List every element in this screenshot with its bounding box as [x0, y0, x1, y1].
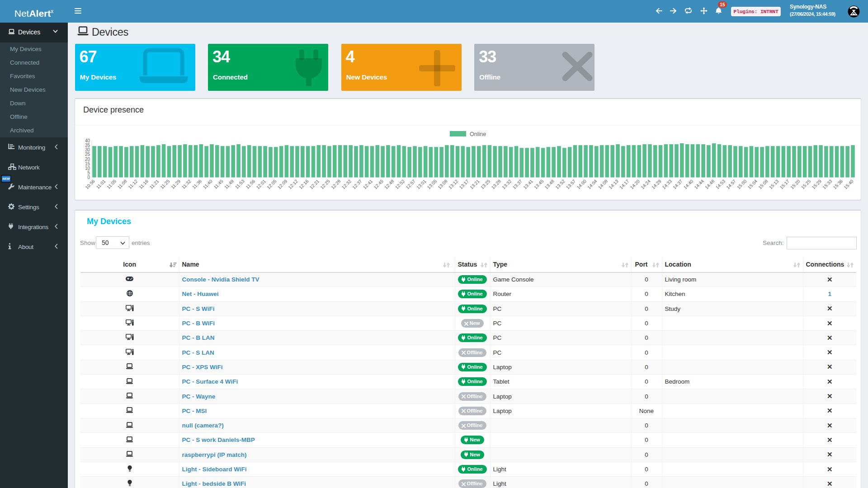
svg-text:12:57: 12:57 [405, 178, 416, 190]
svg-text:12:01: 12:01 [255, 178, 267, 190]
svg-text:12:16: 12:16 [298, 178, 310, 190]
svg-text:14:53: 14:53 [715, 178, 726, 190]
svg-text:14:57: 14:57 [725, 178, 737, 190]
svg-text:14:40: 14:40 [683, 178, 694, 190]
svg-text:12:12: 12:12 [287, 178, 299, 190]
svg-text:30: 30 [85, 147, 90, 152]
svg-text:13:28: 13:28 [491, 178, 502, 190]
svg-text:13:57: 13:57 [565, 178, 577, 190]
svg-text:15: 15 [85, 161, 90, 166]
svg-text:35: 35 [85, 143, 90, 148]
svg-text:12:25: 12:25 [319, 178, 331, 190]
svg-text:25: 25 [85, 152, 90, 157]
svg-text:11:25: 11:25 [159, 178, 170, 190]
svg-text:14:37: 14:37 [672, 178, 684, 190]
svg-text:0: 0 [87, 175, 90, 180]
svg-text:11:45: 11:45 [213, 178, 224, 190]
svg-text:5: 5 [87, 170, 90, 175]
svg-text:12:32: 12:32 [341, 178, 353, 190]
svg-text:13:37: 13:37 [512, 178, 524, 190]
svg-text:12:21: 12:21 [309, 178, 321, 190]
svg-text:14:33: 14:33 [661, 178, 673, 190]
svg-text:14:29: 14:29 [651, 178, 662, 190]
svg-text:40: 40 [85, 138, 90, 143]
svg-text:11:32: 11:32 [181, 178, 192, 190]
svg-text:14:04: 14:04 [586, 178, 598, 190]
svg-text:11:36: 11:36 [191, 178, 203, 190]
svg-text:14:24: 14:24 [640, 178, 651, 190]
svg-text:13:45: 13:45 [533, 178, 545, 190]
svg-text:12:09: 12:09 [277, 178, 288, 190]
svg-text:11:12: 11:12 [127, 178, 138, 190]
svg-text:20: 20 [85, 157, 90, 162]
svg-text:10: 10 [85, 166, 90, 171]
svg-text:13:52: 13:52 [554, 178, 566, 190]
svg-text:10:56: 10:56 [84, 178, 96, 190]
svg-text:12:05: 12:05 [266, 178, 278, 190]
svg-text:Online: Online [470, 131, 486, 137]
svg-text:14:00: 14:00 [576, 178, 588, 190]
svg-text:15:25: 15:25 [800, 178, 812, 190]
svg-text:11:56: 11:56 [245, 178, 256, 190]
svg-text:13:08: 13:08 [437, 178, 448, 190]
svg-text:13:12: 13:12 [448, 178, 459, 190]
svg-text:11:08: 11:08 [117, 178, 128, 190]
svg-text:13:48: 13:48 [544, 178, 556, 190]
svg-text:11:16: 11:16 [138, 178, 149, 190]
svg-text:12:48: 12:48 [383, 178, 395, 190]
svg-text:14:13: 14:13 [608, 178, 619, 190]
svg-text:11:21: 11:21 [149, 178, 160, 190]
svg-text:11:49: 11:49 [223, 178, 235, 190]
svg-text:15:20: 15:20 [789, 178, 801, 190]
svg-text:13:41: 13:41 [522, 178, 534, 190]
svg-text:14:08: 14:08 [597, 178, 609, 190]
svg-text:13:32: 13:32 [501, 178, 513, 190]
svg-text:14:20: 14:20 [629, 178, 641, 190]
svg-text:13:21: 13:21 [469, 178, 481, 190]
svg-text:12:37: 12:37 [351, 178, 363, 190]
svg-text:15:29: 15:29 [811, 178, 823, 190]
svg-text:13:25: 13:25 [480, 178, 491, 190]
svg-text:12:41: 12:41 [362, 178, 374, 190]
svg-text:15:13: 15:13 [768, 178, 780, 190]
svg-text:15:00: 15:00 [736, 178, 748, 190]
svg-text:11:53: 11:53 [234, 178, 245, 190]
svg-text:11:29: 11:29 [170, 178, 181, 190]
svg-text:13:01: 13:01 [415, 178, 427, 190]
svg-text:14:48: 14:48 [704, 178, 716, 190]
svg-text:15:17: 15:17 [779, 178, 791, 190]
svg-text:15:40: 15:40 [843, 178, 854, 190]
svg-text:12:52: 12:52 [394, 178, 406, 190]
svg-text:14:44: 14:44 [693, 178, 705, 190]
svg-text:11:05: 11:05 [106, 178, 117, 190]
svg-text:15:04: 15:04 [747, 178, 759, 190]
svg-text:15:36: 15:36 [832, 178, 844, 190]
svg-text:12:28: 12:28 [330, 178, 342, 190]
svg-text:14:17: 14:17 [618, 178, 630, 190]
svg-text:15:08: 15:08 [757, 178, 769, 190]
svg-text:13:05: 13:05 [426, 178, 438, 190]
svg-text:13:17: 13:17 [458, 178, 470, 190]
svg-text:11:01: 11:01 [95, 178, 107, 190]
svg-text:15:33: 15:33 [821, 178, 833, 190]
svg-text:12:45: 12:45 [373, 178, 385, 190]
svg-text:11:40: 11:40 [202, 178, 213, 190]
